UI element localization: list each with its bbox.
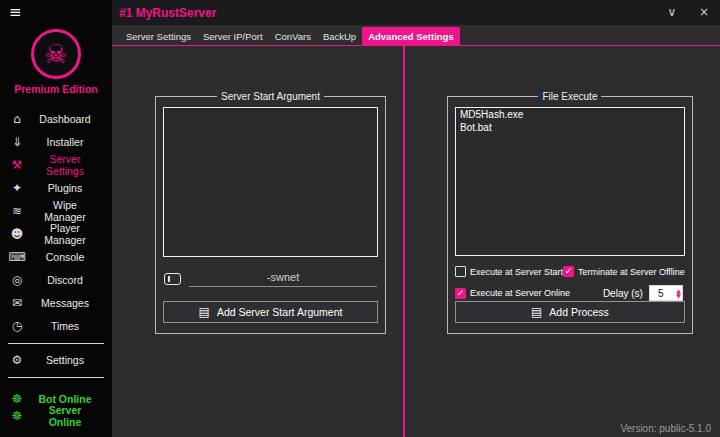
dashboard-icon: ⌂ xyxy=(0,112,34,126)
checkbox-label: Execute at Server Start xyxy=(470,267,563,277)
tab-convars[interactable]: ConVars xyxy=(269,27,317,45)
checkbox-execute-at-server-online[interactable]: ✓ Execute at Server Online xyxy=(455,285,563,301)
logo-ring: ☠ xyxy=(31,29,81,79)
sidebar-item-label: Wipe Manager xyxy=(34,199,112,223)
titlebar: ≡ #1 MyRustServer ∨ × xyxy=(0,0,720,25)
button-label: Add Process xyxy=(549,306,609,318)
start-argument-input-row xyxy=(164,269,377,287)
sidebar-item-label: Plugins xyxy=(34,182,112,194)
sidebar-item-installer[interactable]: ⇓ Installer xyxy=(0,130,112,153)
sidebar-item-messages[interactable]: ✉ Messages xyxy=(0,291,112,314)
tab-server-settings[interactable]: Server Settings xyxy=(120,27,197,45)
sidebar-item-label: Discord xyxy=(34,274,112,286)
start-argument-list[interactable] xyxy=(163,107,378,257)
collapse-button[interactable]: ∨ xyxy=(656,0,688,25)
app-window: ≡ #1 MyRustServer ∨ × ☠ Premium Edition … xyxy=(0,0,720,437)
spinner-arrows: ▲ ▼ xyxy=(676,286,681,300)
form-icon: ▤ xyxy=(531,306,542,318)
checkbox-execute-at-server-start[interactable]: Execute at Server Start xyxy=(455,266,563,277)
execute-options: Execute at Server Start ✓ Terminate at S… xyxy=(455,266,685,301)
checkbox-label: Terminate at Server Offline xyxy=(578,267,685,277)
wipe-icon: ≋ xyxy=(0,204,34,218)
sidebar-item-label: Installer xyxy=(34,136,112,148)
app-body: ☠ Premium Edition ⌂ Dashboard ⇓ Installe… xyxy=(0,25,720,437)
hamburger-menu-icon[interactable]: ≡ xyxy=(9,5,22,20)
gear-icon: ⚙ xyxy=(0,353,34,367)
delay-value[interactable]: 5 xyxy=(650,288,672,299)
server-online-status: ☸ Server Online xyxy=(0,407,112,424)
sidebar: ☠ Premium Edition ⌂ Dashboard ⇓ Installe… xyxy=(0,25,112,437)
server-start-argument-group: Server Start Argument ▤ Add Server Start… xyxy=(155,91,386,334)
logo: ☠ xyxy=(0,25,112,79)
tab-server-ip-port[interactable]: Server IP/Port xyxy=(197,27,269,45)
sidebar-item-dashboard[interactable]: ⌂ Dashboard xyxy=(0,107,112,130)
edition-label: Premium Edition xyxy=(0,83,112,95)
status-block: ☸ Bot Online ☸ Server Online xyxy=(0,390,112,424)
separator xyxy=(8,343,104,344)
delay-spinner[interactable]: 5 ▲ ▼ xyxy=(649,285,683,301)
sidebar-item-times[interactable]: ◷ Times xyxy=(0,314,112,337)
textbox-icon xyxy=(164,273,181,285)
sidebar-item-player-manager[interactable]: ☻ Player Manager xyxy=(0,222,112,245)
sidebar-item-settings[interactable]: ⚙ Settings xyxy=(0,348,112,371)
tab-strip: Server Settings Server IP/Port ConVars B… xyxy=(112,25,720,46)
version-label: Version: public-5.1.0 xyxy=(620,423,711,434)
file-execute-list[interactable]: MD5Hash.exe Bot.bat xyxy=(455,107,685,256)
sidebar-nav: ⌂ Dashboard ⇓ Installer ⚒ Server Setting… xyxy=(0,107,112,337)
bot-status-icon: ☸ xyxy=(0,392,34,406)
sidebar-item-label: Player Manager xyxy=(34,222,112,246)
tab-advanced-settings[interactable]: Advanced Settings xyxy=(362,27,460,45)
server-status-icon: ☸ xyxy=(0,409,34,423)
clock-icon: ◷ xyxy=(0,319,34,333)
sidebar-item-label: Settings xyxy=(34,354,112,366)
sidebar-item-label: Server Settings xyxy=(34,153,112,177)
installer-icon: ⇓ xyxy=(0,135,34,149)
sidebar-item-discord[interactable]: ◎ Discord xyxy=(0,268,112,291)
list-item[interactable]: MD5Hash.exe xyxy=(456,108,684,121)
check-icon: ✓ xyxy=(565,267,573,276)
form-icon: ▤ xyxy=(199,306,210,318)
skull-icon: ☠ xyxy=(44,41,67,67)
checkbox-label: Execute at Server Online xyxy=(470,288,570,298)
delay-label: Delay (s) xyxy=(603,288,643,299)
sidebar-item-label: Dashboard xyxy=(34,113,112,125)
sidebar-item-label: Times xyxy=(34,320,112,332)
sidebar-item-label: Console xyxy=(34,251,112,263)
spinner-down-icon[interactable]: ▼ xyxy=(676,293,681,298)
main-area: Server Settings Server IP/Port ConVars B… xyxy=(112,25,720,437)
window-title: #1 MyRustServer xyxy=(112,6,216,20)
messages-icon: ✉ xyxy=(0,296,34,310)
delay-row: Delay (s) 5 ▲ ▼ xyxy=(563,285,685,301)
tab-backup[interactable]: BackUp xyxy=(317,27,362,45)
plugins-icon: ✦ xyxy=(0,181,34,195)
file-execute-group: File Execute MD5Hash.exe Bot.bat Execute… xyxy=(447,91,693,334)
status-label: Server Online xyxy=(34,404,112,428)
check-icon: ✓ xyxy=(457,289,465,298)
close-button[interactable]: × xyxy=(688,0,720,25)
console-icon: ⌨ xyxy=(0,250,34,264)
sidebar-item-server-settings[interactable]: ⚒ Server Settings xyxy=(0,153,112,176)
checkbox-icon: ✓ xyxy=(563,266,574,277)
sidebar-item-plugins[interactable]: ✦ Plugins xyxy=(0,176,112,199)
player-icon: ☻ xyxy=(0,227,34,241)
button-label: Add Server Start Argument xyxy=(217,306,342,318)
discord-icon: ◎ xyxy=(0,273,34,287)
sidebar-item-wipe-manager[interactable]: ≋ Wipe Manager xyxy=(0,199,112,222)
group-title: File Execute xyxy=(538,91,601,102)
checkbox-icon: ✓ xyxy=(455,288,466,299)
add-start-argument-button[interactable]: ▤ Add Server Start Argument xyxy=(163,301,378,323)
separator xyxy=(8,377,104,378)
titlebar-actions: ∨ × xyxy=(656,0,720,25)
group-title: Server Start Argument xyxy=(217,91,324,102)
list-item[interactable]: Bot.bat xyxy=(456,121,684,134)
titlebar-left: ≡ xyxy=(0,0,112,25)
wrench-icon: ⚒ xyxy=(0,158,34,172)
tab-content: Server Start Argument ▤ Add Server Start… xyxy=(112,46,720,437)
sidebar-item-console[interactable]: ⌨ Console xyxy=(0,245,112,268)
vertical-divider xyxy=(403,46,405,437)
sidebar-item-label: Messages xyxy=(34,297,112,309)
checkbox-icon xyxy=(455,266,466,277)
add-process-button[interactable]: ▤ Add Process xyxy=(455,301,685,323)
start-argument-input[interactable] xyxy=(189,269,377,287)
checkbox-terminate-at-server-offline[interactable]: ✓ Terminate at Server Offline xyxy=(563,266,685,277)
